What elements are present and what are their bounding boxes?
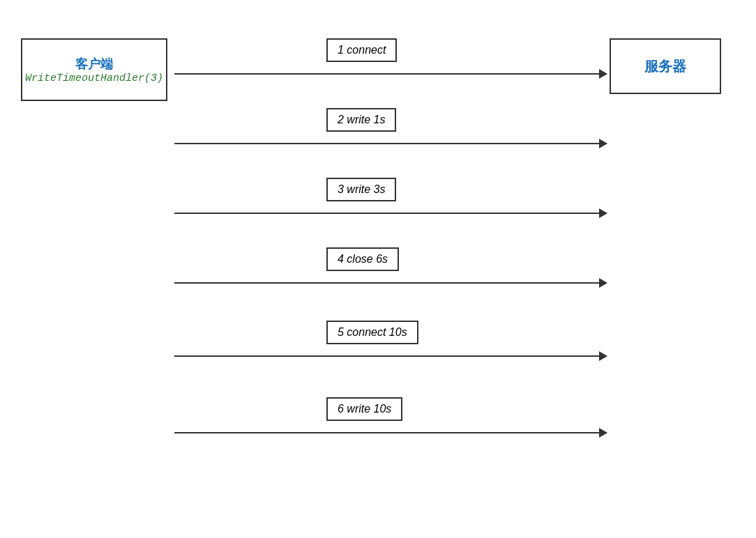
arrow-6: [174, 432, 607, 433]
step-box-4: 4 close 6s: [326, 247, 399, 271]
step-box-3: 3 write 3s: [326, 178, 396, 201]
arrow-1: [174, 73, 607, 75]
client-subtitle: WriteTimeoutHandler(3): [25, 72, 163, 84]
arrow-4: [174, 282, 607, 284]
arrow-2: [174, 143, 607, 144]
server-title: 服务器: [644, 57, 686, 76]
client-box: 客户端 WriteTimeoutHandler(3): [21, 38, 167, 101]
step-box-1: 1 connect: [326, 38, 397, 62]
diagram: 客户端 WriteTimeoutHandler(3) 服务器 1 connect…: [0, 0, 756, 538]
server-box: 服务器: [610, 38, 721, 94]
step-box-6: 6 write 10s: [326, 397, 402, 421]
step-box-5: 5 connect 10s: [326, 321, 418, 344]
arrow-5: [174, 355, 607, 357]
arrow-3: [174, 213, 607, 214]
client-title: 客户端: [25, 56, 163, 72]
step-box-2: 2 write 1s: [326, 108, 396, 132]
